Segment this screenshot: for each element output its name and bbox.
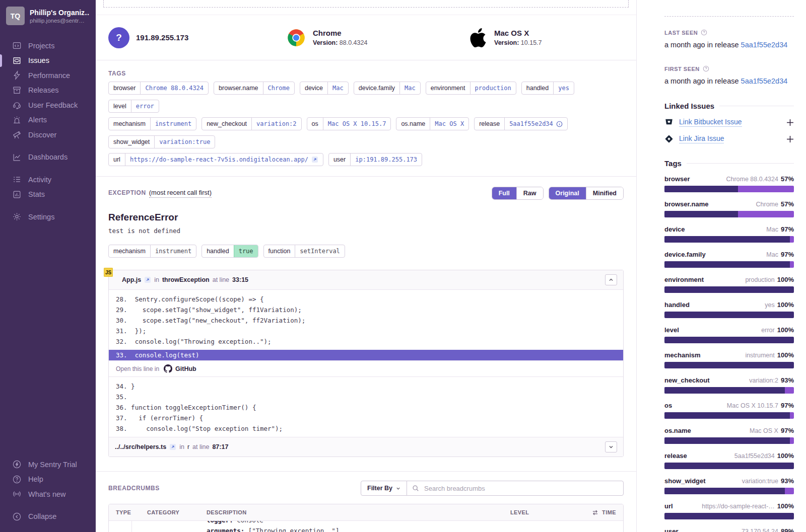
- tag-pill[interactable]: release 5aa1f55e2d34: [474, 117, 568, 130]
- tag-pill[interactable]: new_checkout variation:2: [202, 117, 301, 130]
- annotation-key: handled: [202, 245, 234, 257]
- tag-value[interactable]: 5aa1f55e2d34: [504, 118, 567, 130]
- tag-value[interactable]: variation:2: [251, 118, 301, 130]
- frame-header[interactable]: App.js in throwException at line 33:15: [109, 270, 623, 290]
- sidebar-item-issues[interactable]: Issues: [0, 53, 96, 68]
- tag-value[interactable]: Mac: [399, 82, 420, 94]
- tag-distribution-item[interactable]: show_widget variation:true93%: [664, 477, 794, 494]
- tag-value[interactable]: Mac: [327, 82, 348, 94]
- code-line: 30. scope.setTag("new_checkout", ff2Vari…: [109, 315, 623, 326]
- tag-value[interactable]: Mac OS X 10.15.7: [323, 118, 391, 130]
- sidebar-item-alerts[interactable]: Alerts: [0, 113, 96, 128]
- tag-value[interactable]: Chrome: [263, 82, 294, 94]
- sidebar-item-label: Alerts: [28, 116, 47, 124]
- tag-distribution-item[interactable]: release 5aa1f55e2d34100%: [664, 452, 794, 469]
- tag-distribution-item[interactable]: device.family Mac97%: [664, 251, 794, 268]
- tag-pill[interactable]: device Mac: [300, 82, 349, 95]
- code-line: 31. });: [109, 326, 623, 336]
- sidebar-item-activity[interactable]: Activity: [0, 172, 96, 187]
- tag-pill[interactable]: url https://do-sample-react-7v5is.ondigi…: [108, 153, 323, 166]
- sidebar-item-user-feedback[interactable]: User Feedback: [0, 98, 96, 113]
- tag-pill[interactable]: user ip:191.89.255.173: [328, 153, 422, 166]
- breadcrumb-row[interactable]: console Throwing exception.. logger: con…: [109, 521, 623, 532]
- tag-distribution-item[interactable]: browser.name Chrome57%: [664, 200, 794, 217]
- last-seen-release-link[interactable]: 5aa1f55e2d34: [741, 41, 788, 49]
- external-link-icon[interactable]: [311, 156, 318, 163]
- tag-pill[interactable]: os Mac OS X 10.15.7: [307, 117, 391, 130]
- tag-pill[interactable]: browser Chrome 88.0.4324: [108, 82, 209, 95]
- minified-button[interactable]: Minified: [586, 187, 623, 199]
- code-context-bottom: 34. }35.36. function toggleExceptionTime…: [109, 377, 623, 437]
- expand-frame-button[interactable]: [605, 441, 617, 452]
- tag-distribution-item[interactable]: handled yes100%: [664, 301, 794, 318]
- tag-pill[interactable]: handled yes: [521, 82, 574, 95]
- exception-order-note[interactable]: (most recent call first): [149, 189, 212, 198]
- tag-value[interactable]: instrument: [150, 118, 196, 130]
- tag-pill[interactable]: mechanism instrument: [108, 117, 196, 130]
- sidebar-item-help[interactable]: Help: [0, 472, 96, 487]
- link-jira-issue[interactable]: Link Jira Issue: [679, 134, 724, 143]
- tag-value[interactable]: error: [131, 100, 159, 112]
- sidebar-item-stats[interactable]: Stats: [0, 187, 96, 202]
- col-time-header[interactable]: TIME: [558, 509, 616, 515]
- first-seen-release-link[interactable]: 5aa1f55e2d34: [741, 77, 788, 85]
- sidebar-item-performance[interactable]: Performance: [0, 68, 96, 83]
- sidebar-item-discover[interactable]: Discover: [0, 127, 96, 142]
- sidebar-item-releases[interactable]: Releases: [0, 83, 96, 98]
- tag-distribution-item[interactable]: device Mac97%: [664, 225, 794, 243]
- sidebar-item-projects[interactable]: Projects: [0, 38, 96, 53]
- question-circle-icon[interactable]: [703, 65, 709, 72]
- tag-distribution-item[interactable]: browser Chrome 88.0.432457%: [664, 175, 794, 192]
- tag-distribution-item[interactable]: environment production100%: [664, 276, 794, 293]
- original-minified-toggle: Original Minified: [549, 187, 624, 200]
- external-link-icon[interactable]: [144, 276, 151, 283]
- sidebar-item-settings[interactable]: Settings: [0, 209, 96, 224]
- tag-value[interactable]: https://do-sample-react-7v5is.ondigitalo…: [125, 154, 323, 166]
- tag-value[interactable]: Chrome 88.0.4324: [140, 82, 208, 94]
- tag-value[interactable]: ip:191.89.255.173: [350, 154, 422, 166]
- tag-distribution-item[interactable]: user 73.170.54.2489%: [664, 527, 794, 532]
- sidebar-item-label: Collapse: [28, 512, 56, 520]
- sidebar-item-whats-new[interactable]: What's new: [0, 487, 96, 502]
- tag-distribution-item[interactable]: mechanism instrument100%: [664, 351, 794, 368]
- collapse-frame-button[interactable]: [605, 274, 617, 285]
- tag-distribution-percent: 100%: [777, 276, 794, 283]
- sidebar-item-trial[interactable]: My Sentry Trial: [0, 457, 96, 472]
- tag-pill[interactable]: show_widget variation:true: [108, 135, 215, 148]
- original-button[interactable]: Original: [549, 187, 586, 199]
- github-link[interactable]: GitHub: [164, 364, 196, 373]
- tag-distribution-item[interactable]: level error100%: [664, 326, 794, 343]
- release-info-icon[interactable]: [556, 121, 563, 127]
- link-bitbucket-issue[interactable]: Link Bitbucket Issue: [679, 118, 742, 127]
- sidebar-collapse-button[interactable]: Collapse: [0, 509, 96, 524]
- org-switcher[interactable]: TQ Phillip's Organiz… phillip.jones@sent…: [0, 0, 96, 30]
- filter-by-button[interactable]: Filter By: [361, 481, 407, 496]
- tag-distribution-item[interactable]: os.name Mac OS X97%: [664, 427, 794, 444]
- question-circle-icon[interactable]: [701, 29, 707, 36]
- tag-distribution-item[interactable]: os Mac OS X 10.15.797%: [664, 402, 794, 419]
- sidebar-item-label: User Feedback: [28, 101, 78, 109]
- tag-value[interactable]: production: [470, 82, 516, 94]
- tag-pill[interactable]: level error: [108, 100, 159, 113]
- tag-distribution-percent: 89%: [781, 527, 794, 532]
- external-link-icon[interactable]: [169, 443, 176, 450]
- tag-pill[interactable]: device.family Mac: [354, 82, 421, 95]
- tag-value[interactable]: yes: [553, 82, 574, 94]
- tag-key: os.name: [396, 118, 430, 130]
- tag-value[interactable]: variation:true: [154, 136, 215, 148]
- tag-distribution-item[interactable]: url https://do-sample-react-…100%: [664, 502, 794, 519]
- add-jira-link-button[interactable]: [786, 135, 794, 143]
- tag-pill[interactable]: browser.name Chrome: [214, 82, 295, 95]
- panel-dashed-divider: [664, 16, 794, 17]
- search-breadcrumbs-input[interactable]: [407, 481, 624, 496]
- tag-pill[interactable]: environment production: [426, 82, 516, 95]
- tag-value[interactable]: Mac OS X: [430, 118, 468, 130]
- full-button[interactable]: Full: [492, 187, 516, 199]
- tag-pill[interactable]: os.name Mac OS X: [396, 117, 469, 130]
- raw-button[interactable]: Raw: [516, 187, 543, 199]
- add-bitbucket-link-button[interactable]: [786, 119, 794, 126]
- issue-sidebar-panel: LAST SEEN a month ago in release 5aa1f55…: [637, 0, 806, 532]
- sidebar-item-dashboards[interactable]: Dashboards: [0, 150, 96, 165]
- collapsed-frame-row[interactable]: ../../src/helpers.ts in r at line 87:17: [109, 437, 623, 457]
- tag-distribution-item[interactable]: new_checkout variation:293%: [664, 376, 794, 394]
